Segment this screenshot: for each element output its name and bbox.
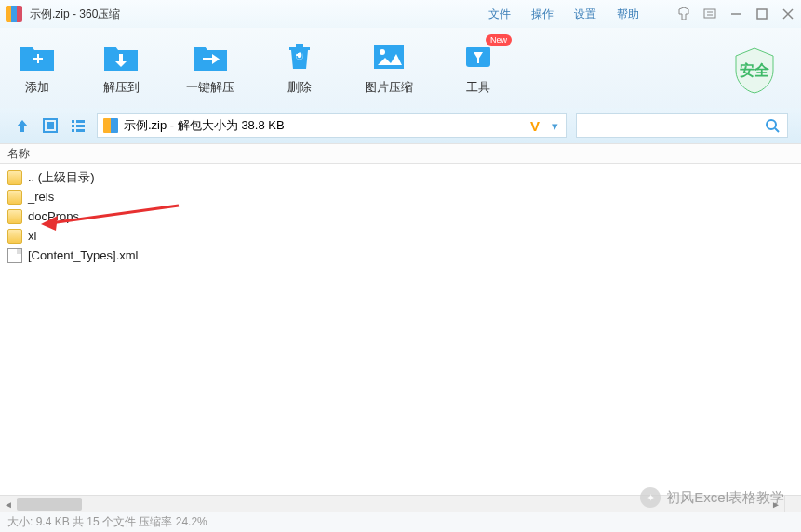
folder-icon (7, 170, 22, 185)
svg-rect-22 (72, 125, 74, 127)
svg-point-26 (767, 120, 776, 129)
tools-button[interactable]: New 工具 (460, 40, 497, 96)
svg-rect-25 (76, 129, 85, 132)
tools-label: 工具 (466, 79, 490, 96)
menu-file[interactable]: 文件 (488, 7, 511, 22)
svg-rect-20 (72, 120, 74, 123)
folder-icon (7, 209, 22, 224)
path-input[interactable]: 示例.zip - 解包大小为 38.8 KB V ▾ (97, 113, 567, 138)
folder-plus-icon (19, 40, 56, 73)
extract-label: 解压到 (103, 79, 140, 96)
folder-right-icon (192, 40, 229, 73)
svg-rect-8 (37, 54, 39, 63)
view-list-icon[interactable] (69, 116, 87, 135)
view-columns-icon[interactable] (41, 116, 60, 135)
oneclick-button[interactable]: 一键解压 (186, 40, 234, 96)
safe-badge: 安全 (728, 45, 781, 97)
window-controls (676, 7, 795, 21)
search-input[interactable] (576, 113, 788, 138)
toolbar: 添加 解压到 一键解压 删除 图片压缩 New 工具 安全 (0, 28, 801, 108)
imgcompress-label: 图片压缩 (365, 79, 413, 96)
svg-rect-21 (76, 120, 85, 123)
folder-icon (7, 229, 22, 244)
add-button[interactable]: 添加 (19, 40, 56, 96)
delete-button[interactable]: 删除 (281, 40, 318, 96)
scroll-left-icon[interactable]: ◄ (0, 496, 17, 512)
status-text: 大小: 9.4 KB 共 15 个文件 压缩率 24.2% (7, 514, 207, 530)
status-bar: 大小: 9.4 KB 共 15 个文件 压缩率 24.2% (0, 512, 801, 532)
close-button[interactable] (781, 7, 795, 21)
scroll-corner (784, 495, 801, 512)
svg-rect-11 (289, 47, 310, 50)
chevron-down-icon[interactable]: ▾ (552, 119, 558, 133)
svg-rect-16 (477, 58, 479, 63)
menu-operate[interactable]: 操作 (531, 7, 554, 22)
folder-arrow-icon (102, 40, 140, 73)
svg-rect-23 (76, 125, 85, 127)
oneclick-label: 一键解压 (186, 79, 234, 96)
imgcompress-button[interactable]: 图片压缩 (365, 40, 413, 96)
feedback-icon[interactable] (702, 7, 717, 21)
delete-label: 删除 (287, 79, 312, 96)
scrollbar-thumb[interactable] (17, 498, 82, 511)
svg-rect-10 (203, 58, 212, 60)
add-label: 添加 (25, 79, 49, 96)
extract-button[interactable]: 解压到 (102, 40, 140, 96)
svg-rect-19 (47, 122, 54, 129)
titlebar: 示例.zip - 360压缩 文件 操作 设置 帮助 (0, 0, 801, 28)
svg-text:安全: 安全 (740, 61, 770, 78)
menu-settings[interactable]: 设置 (574, 7, 596, 22)
search-icon (765, 118, 780, 133)
watermark: ✦ 初风Excel表格教学 (640, 487, 784, 508)
file-rows: .. (上级目录) _rels docProps xl [Content_Typ… (0, 164, 801, 265)
list-item[interactable]: [Content_Types].xml (0, 246, 801, 265)
svg-rect-0 (704, 9, 715, 18)
svg-rect-12 (296, 44, 303, 47)
file-list: 名称 .. (上级目录) _rels docProps xl [Content_… (0, 143, 801, 265)
zip-icon (103, 118, 118, 133)
svg-rect-9 (119, 54, 123, 61)
address-bar: 示例.zip - 解包大小为 38.8 KB V ▾ (0, 108, 801, 143)
theme-icon[interactable] (676, 7, 691, 21)
image-icon (370, 40, 407, 73)
maximize-button[interactable] (754, 7, 769, 21)
folder-icon (7, 190, 22, 205)
app-icon (6, 6, 22, 22)
menu-bar: 文件 操作 设置 帮助 (488, 7, 639, 22)
column-header-name[interactable]: 名称 (0, 143, 801, 164)
svg-rect-4 (757, 9, 767, 19)
file-icon (7, 248, 22, 263)
svg-rect-13 (374, 45, 404, 69)
vip-icon[interactable]: V (530, 118, 540, 134)
window-title: 示例.zip - 360压缩 (30, 7, 120, 22)
svg-point-14 (380, 49, 385, 55)
menu-help[interactable]: 帮助 (617, 7, 639, 22)
svg-rect-24 (72, 129, 74, 132)
up-button[interactable] (13, 116, 32, 135)
new-badge: New (486, 34, 512, 46)
list-item[interactable]: .. (上级目录) (0, 167, 801, 187)
wechat-icon: ✦ (640, 487, 661, 508)
list-item[interactable]: docProps (0, 206, 801, 226)
path-text: 示例.zip - 解包大小为 38.8 KB (124, 117, 285, 134)
minimize-button[interactable] (728, 7, 743, 21)
svg-line-27 (775, 128, 779, 132)
list-item[interactable]: xl (0, 226, 801, 246)
trash-icon (281, 40, 318, 73)
list-item[interactable]: _rels (0, 187, 801, 206)
